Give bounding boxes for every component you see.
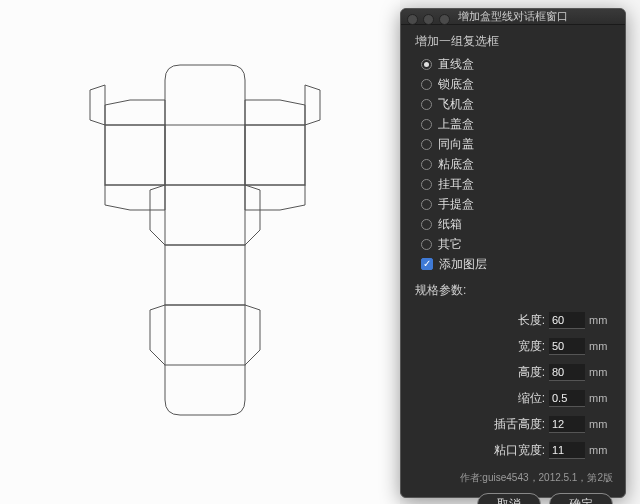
option-straight-box[interactable]: 直线盒 <box>421 54 613 74</box>
author-note: 作者:guise4543，2012.5.1，第2版 <box>415 463 613 485</box>
param-label: 长度: <box>518 312 545 329</box>
svg-rect-8 <box>245 125 305 185</box>
svg-rect-0 <box>165 125 245 185</box>
radio-icon <box>421 219 432 230</box>
close-icon[interactable] <box>407 14 418 25</box>
checkbox-icon <box>421 258 433 270</box>
minimize-icon[interactable] <box>423 14 434 25</box>
param-length: 长度: mm <box>415 307 613 333</box>
param-width: 宽度: mm <box>415 333 613 359</box>
param-label: 宽度: <box>518 338 545 355</box>
option-handle-box[interactable]: 手提盒 <box>421 194 613 214</box>
option-label: 粘底盒 <box>438 156 474 173</box>
param-label: 缩位: <box>518 390 545 407</box>
zoom-icon[interactable] <box>439 14 450 25</box>
ok-button[interactable]: 确定 <box>549 493 613 504</box>
canvas <box>0 0 400 504</box>
width-input[interactable] <box>549 338 585 355</box>
svg-rect-5 <box>245 125 305 185</box>
option-label: 其它 <box>438 236 462 253</box>
box-dieline <box>40 30 370 430</box>
svg-rect-7 <box>105 125 165 185</box>
radio-icon <box>421 179 432 190</box>
svg-rect-2 <box>165 245 245 305</box>
option-same-direction-lid[interactable]: 同向盖 <box>421 134 613 154</box>
option-label: 直线盒 <box>438 56 474 73</box>
option-label: 飞机盒 <box>438 96 474 113</box>
unit-label: mm <box>589 340 613 352</box>
button-label: 取消 <box>497 496 521 505</box>
option-airplane-box[interactable]: 飞机盒 <box>421 94 613 114</box>
radio-icon <box>421 199 432 210</box>
radio-icon <box>421 139 432 150</box>
tuck-height-input[interactable] <box>549 416 585 433</box>
unit-label: mm <box>589 366 613 378</box>
length-input[interactable] <box>549 312 585 329</box>
option-label: 锁底盒 <box>438 76 474 93</box>
option-label: 同向盖 <box>438 136 474 153</box>
params-group: 长度: mm 宽度: mm 高度: mm 缩位: mm 插舌高度: <box>415 307 613 463</box>
param-shrink: 缩位: mm <box>415 385 613 411</box>
param-label: 粘口宽度: <box>494 442 545 459</box>
svg-rect-3 <box>165 305 245 365</box>
option-label: 上盖盒 <box>438 116 474 133</box>
shrink-input[interactable] <box>549 390 585 407</box>
option-label: 挂耳盒 <box>438 176 474 193</box>
param-label: 高度: <box>518 364 545 381</box>
option-lock-bottom-box[interactable]: 锁底盒 <box>421 74 613 94</box>
cancel-button[interactable]: 取消 <box>477 493 541 504</box>
radio-icon <box>421 239 432 250</box>
dialog-titlebar[interactable]: 增加盒型线对话框窗口 <box>401 9 625 25</box>
option-other[interactable]: 其它 <box>421 234 613 254</box>
param-tuck-height: 插舌高度: mm <box>415 411 613 437</box>
radio-icon <box>421 99 432 110</box>
svg-rect-1 <box>165 185 245 245</box>
radio-icon <box>421 159 432 170</box>
option-top-lid-box[interactable]: 上盖盒 <box>421 114 613 134</box>
param-glue-width: 粘口宽度: mm <box>415 437 613 463</box>
option-label: 手提盒 <box>438 196 474 213</box>
option-carton[interactable]: 纸箱 <box>421 214 613 234</box>
option-label: 添加图层 <box>439 256 487 273</box>
box-type-options: 直线盒 锁底盒 飞机盒 上盖盒 同向盖 粘底盒 <box>421 54 613 274</box>
option-hang-tab-box[interactable]: 挂耳盒 <box>421 174 613 194</box>
option-glue-bottom-box[interactable]: 粘底盒 <box>421 154 613 174</box>
unit-label: mm <box>589 392 613 404</box>
option-label: 纸箱 <box>438 216 462 233</box>
params-label: 规格参数: <box>415 282 613 299</box>
radio-icon <box>421 79 432 90</box>
unit-label: mm <box>589 418 613 430</box>
svg-rect-6 <box>165 365 245 366</box>
option-add-layer[interactable]: 添加图层 <box>421 254 613 274</box>
group-label: 增加一组复选框 <box>415 33 613 50</box>
button-label: 确定 <box>569 496 593 505</box>
svg-rect-4 <box>105 125 165 185</box>
add-box-dialog: 增加盒型线对话框窗口 增加一组复选框 直线盒 锁底盒 飞机盒 上盖盒 <box>400 8 626 498</box>
radio-icon <box>421 59 432 70</box>
glue-width-input[interactable] <box>549 442 585 459</box>
param-label: 插舌高度: <box>494 416 545 433</box>
unit-label: mm <box>589 444 613 456</box>
unit-label: mm <box>589 314 613 326</box>
height-input[interactable] <box>549 364 585 381</box>
param-height: 高度: mm <box>415 359 613 385</box>
radio-icon <box>421 119 432 130</box>
